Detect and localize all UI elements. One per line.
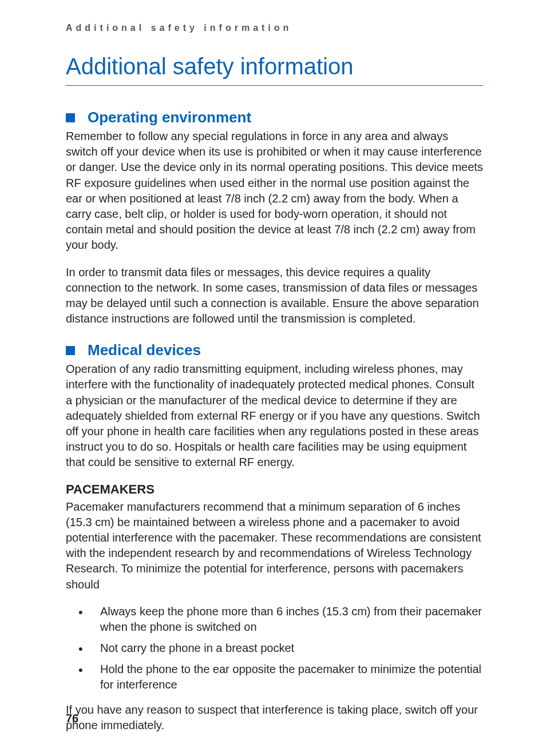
list-item: Not carry the phone in a breast pocket <box>66 640 483 656</box>
section-title: Medical devices <box>88 341 201 359</box>
square-bullet-icon <box>66 113 75 122</box>
section-header: Medical devices <box>66 341 483 359</box>
square-bullet-icon <box>66 346 75 355</box>
chapter-title: Additional safety information <box>66 54 483 86</box>
section-medical-devices: Medical devices Operation of any radio t… <box>66 341 483 733</box>
bullet-list: Always keep the phone more than 6 inches… <box>66 604 483 693</box>
section-title: Operating environment <box>88 109 251 126</box>
section-operating-environment: Operating environment Remember to follow… <box>66 109 483 327</box>
page-number: 76 <box>66 712 78 725</box>
list-item: Hold the phone to the ear opposite the p… <box>66 662 483 693</box>
body-paragraph: Operation of any radio transmitting equi… <box>66 361 483 470</box>
section-header: Operating environment <box>66 109 483 126</box>
running-header: Additional safety information <box>66 23 483 33</box>
body-paragraph: Pacemaker manufacturers recommend that a… <box>66 499 483 592</box>
body-paragraph: In order to transmit data files or messa… <box>66 265 483 327</box>
body-paragraph: If you have any reason to suspect that i… <box>66 702 483 733</box>
body-paragraph: Remember to follow any special regulatio… <box>66 129 483 253</box>
subsection-title-pacemakers: PACEMAKERS <box>66 482 483 497</box>
list-item: Always keep the phone more than 6 inches… <box>66 604 483 635</box>
